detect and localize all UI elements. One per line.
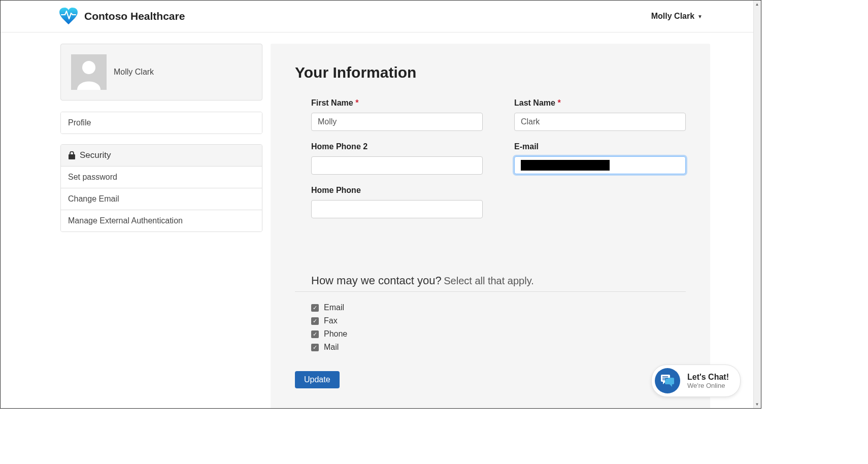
brand-name: Contoso Healthcare <box>84 10 185 22</box>
checkbox-mail[interactable]: ✓ <box>311 344 319 351</box>
chat-widget[interactable]: Let's Chat! We're Online <box>651 364 741 397</box>
sidebar: Molly Clark Profile Security Set passwor… <box>60 44 262 409</box>
scroll-down-icon[interactable]: ▼ <box>753 401 761 408</box>
checkbox-fax[interactable]: ✓ <box>311 317 319 325</box>
checkbox-label: Fax <box>324 316 338 325</box>
email-input[interactable] <box>514 156 686 174</box>
user-card-name: Molly Clark <box>114 68 154 77</box>
brand[interactable]: Contoso Healthcare <box>59 8 185 25</box>
check-row-phone[interactable]: ✓ Phone <box>311 329 686 339</box>
scroll-up-icon[interactable]: ▲ <box>753 1 761 8</box>
check-row-mail[interactable]: ✓ Mail <box>311 343 686 352</box>
update-button[interactable]: Update <box>295 371 340 388</box>
user-menu-name: Molly Clark <box>651 12 694 21</box>
nav-item-change-email[interactable]: Change Email <box>61 188 262 210</box>
chat-icon <box>655 368 680 393</box>
checkbox-label: Mail <box>324 343 339 352</box>
first-name-input[interactable] <box>311 113 483 131</box>
label-last-name: Last Name * <box>514 98 686 108</box>
home-phone-2-input[interactable] <box>311 156 483 175</box>
label-home-phone: Home Phone <box>311 186 483 195</box>
lock-icon <box>68 151 76 159</box>
nav-item-profile[interactable]: Profile <box>61 112 262 134</box>
home-phone-input[interactable] <box>311 200 483 218</box>
user-menu[interactable]: Molly Clark ▼ <box>651 12 703 21</box>
nav-list-profile: Profile <box>60 112 262 134</box>
svg-rect-4 <box>665 378 674 384</box>
user-card: Molly Clark <box>60 44 262 101</box>
svg-point-1 <box>82 61 95 74</box>
svg-rect-2 <box>69 154 75 159</box>
label-home-phone-2: Home Phone 2 <box>311 142 483 151</box>
nav-header-security-label: Security <box>80 150 111 160</box>
nav-header-security: Security <box>61 145 262 166</box>
nav-list-security: Security Set password Change Email Manag… <box>60 144 262 232</box>
heart-logo-icon <box>59 8 78 25</box>
nav-item-external-auth[interactable]: Manage External Authentication <box>61 210 262 231</box>
checkbox-label: Email <box>324 303 344 312</box>
contact-checklist: ✓ Email ✓ Fax ✓ Phone ✓ Mail <box>295 303 686 352</box>
page-title: Your Information <box>295 64 686 81</box>
check-row-fax[interactable]: ✓ Fax <box>311 316 686 325</box>
caret-down-icon: ▼ <box>697 14 703 19</box>
contact-section-heading: How may we contact you? Select all that … <box>295 274 686 292</box>
label-first-name: First Name * <box>311 98 483 108</box>
label-email: E-mail <box>514 142 686 151</box>
check-row-email[interactable]: ✓ Email <box>311 303 686 312</box>
nav-item-set-password[interactable]: Set password <box>61 166 262 188</box>
header-nav: Contoso Healthcare Molly Clark ▼ <box>1 1 761 32</box>
checkbox-label: Phone <box>324 329 347 339</box>
main-panel: Your Information First Name * Last Name … <box>271 44 710 409</box>
last-name-input[interactable] <box>514 113 686 131</box>
scrollbar[interactable]: ▲ ▼ <box>753 1 761 408</box>
avatar <box>71 54 107 90</box>
chat-title: Let's Chat! <box>687 372 729 382</box>
chat-status: We're Online <box>687 382 729 390</box>
checkbox-phone[interactable]: ✓ <box>311 330 319 338</box>
chat-text: Let's Chat! We're Online <box>687 372 729 390</box>
checkbox-email[interactable]: ✓ <box>311 304 319 312</box>
email-redacted-value <box>521 160 610 171</box>
